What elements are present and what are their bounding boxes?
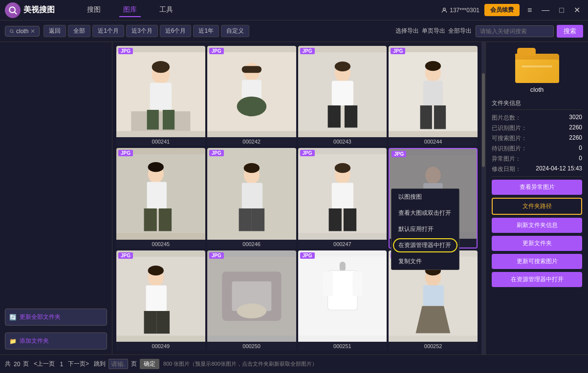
ctx-open-explorer[interactable]: 在资源管理器中打开 (392, 237, 459, 253)
filter-all[interactable]: 全部 (68, 25, 90, 37)
svg-rect-27 (434, 105, 446, 129)
image-card-000251[interactable]: JPG 000251 (298, 250, 387, 351)
update-searchable-button[interactable]: 更新可搜索图片 (492, 254, 582, 269)
image-badge-000247: JPG (300, 150, 315, 156)
svg-point-61 (237, 303, 266, 318)
image-badge-000241: JPG (118, 48, 133, 54)
svg-rect-20 (327, 105, 340, 127)
info-searchable-value: 2260 (569, 134, 582, 143)
image-name-000241: 000241 (116, 137, 205, 146)
prev-page-button[interactable]: <上一页 (32, 359, 57, 369)
minimize-button[interactable]: — (539, 4, 552, 16)
filter-custom[interactable]: 自定义 (221, 25, 249, 37)
scroll-thumb[interactable] (482, 73, 485, 167)
info-recognized-value: 2260 (569, 124, 582, 132)
nav-tools[interactable]: 工具 (155, 3, 177, 17)
update-folder-button[interactable]: 更新文件夹 (492, 236, 582, 251)
image-badge-000248: JPG (392, 151, 406, 157)
image-card-000247[interactable]: JPG 000247 (298, 148, 387, 248)
page-suffix: 页 (131, 360, 137, 368)
info-pending-label: 待识别图片： (492, 145, 527, 153)
image-thumb-000249 (116, 250, 205, 342)
ctx-default-open[interactable]: 默认应用打开 (392, 221, 459, 237)
confirm-jump-button[interactable]: 确定 (140, 359, 159, 369)
app-name: 美视搜图 (23, 5, 55, 15)
filter-1month[interactable]: 近1个月 (92, 25, 124, 37)
left-sidebar: 🔄 更新全部文件夹 📁 添加文件夹 (0, 42, 112, 354)
image-card-000250[interactable]: JPG 000250 (207, 250, 296, 351)
view-abnormal-button[interactable]: 查看异常图片 (492, 180, 582, 195)
scrollbar[interactable] (481, 42, 485, 354)
info-modified: 修改日期： 2024-04-12 15:43 (492, 165, 582, 173)
update-all-folders-button[interactable]: 🔄 更新全部文件夹 (5, 309, 107, 326)
add-folder-button[interactable]: 📁 添加文件夹 (5, 332, 107, 350)
image-card-000241[interactable]: JPG 000 (116, 46, 205, 146)
main-nav: 搜图 图库 工具 (83, 3, 441, 17)
image-thumb-000242 (207, 46, 296, 137)
image-card-000244[interactable]: JPG 000244 (389, 46, 478, 146)
menu-button[interactable]: ≡ (524, 4, 535, 16)
info-divider (492, 176, 582, 177)
export-page[interactable]: 单页导出 (422, 27, 445, 35)
search-button[interactable]: 搜索 (557, 25, 583, 38)
folder-icon (515, 48, 559, 83)
export-selected[interactable]: 选择导出 (395, 27, 419, 35)
image-name-000252: 000252 (389, 342, 478, 351)
image-card-000249[interactable]: JPG 000249 (116, 250, 205, 351)
filter-3month[interactable]: 近3个月 (126, 25, 158, 37)
close-button[interactable]: ✕ (571, 4, 583, 16)
add-icon: 📁 (9, 338, 17, 345)
image-card-000242[interactable]: JPG 000242 (207, 46, 296, 146)
folder-path-button[interactable]: 文件夹路径 (492, 198, 582, 215)
ctx-view-large[interactable]: 查看大图或双击打开 (392, 205, 459, 221)
refresh-folder-info-button[interactable]: 刷新文件夹信息 (492, 218, 582, 233)
keyword-input[interactable] (476, 25, 554, 37)
image-card-000243[interactable]: JPG 000243 (298, 46, 387, 146)
user-info: 137***0301 (441, 7, 479, 14)
svg-rect-9 (147, 110, 159, 129)
add-label: 添加文件夹 (20, 337, 49, 345)
folder-name: cloth (530, 86, 544, 93)
next-page-button[interactable]: 下一页> (66, 359, 91, 369)
ctx-search-by-image[interactable]: 以图搜图 (392, 189, 459, 205)
image-name-000242: 000242 (207, 137, 296, 146)
svg-rect-25 (423, 81, 443, 105)
svg-point-34 (148, 162, 164, 172)
info-abnormal-label: 异常图片： (492, 155, 521, 163)
filter-buttons: 返回 全部 近1个月 近3个月 近6个月 近1年 自定义 (44, 25, 249, 37)
image-thumb-000246 (207, 148, 296, 239)
image-thumb-000250 (207, 250, 296, 342)
export-all[interactable]: 全部导出 (448, 27, 472, 35)
context-menu: 以图搜图 查看大图或双击打开 默认应用打开 在资源管理器中打开 复制文件 (391, 188, 459, 270)
nav-gallery[interactable]: 图库 (119, 3, 141, 17)
page-input[interactable] (109, 359, 128, 369)
folder-icon-area: cloth (492, 48, 582, 93)
svg-rect-33 (159, 208, 172, 231)
total-pages-label: 共 (5, 360, 11, 368)
nav-search[interactable]: 搜图 (83, 3, 105, 17)
bottom-bar: 共 20 页 <上一页 1 下一页> 跳到 页 确定 800 张图片（预显示80… (0, 354, 588, 373)
image-name-000245: 000245 (116, 240, 205, 249)
image-card-000246[interactable]: JPG 000246 (207, 148, 296, 248)
vip-button[interactable]: 会员续费 (484, 4, 520, 16)
svg-rect-6 (131, 111, 190, 131)
image-badge-000243: JPG (300, 48, 315, 54)
svg-point-48 (425, 167, 441, 185)
filter-1year[interactable]: 近1年 (193, 25, 219, 37)
maximize-button[interactable]: □ (556, 4, 567, 16)
image-name-000243: 000243 (298, 137, 387, 146)
bottom-info: 800 张图片（预显示800张图片，点击文件夹刷新获取全部图片） (163, 360, 317, 368)
ctx-copy-file[interactable]: 复制文件 (392, 253, 459, 269)
filter-back[interactable]: 返回 (44, 25, 66, 37)
info-recognized-label: 已识别图片： (492, 124, 527, 132)
svg-rect-65 (323, 271, 332, 296)
image-card-000245[interactable]: JPG 000245 (116, 148, 205, 248)
filter-6month[interactable]: 近6个月 (160, 25, 192, 37)
pages-unit: 页 (23, 360, 29, 368)
search-tag-text: cloth (16, 28, 28, 35)
open-in-explorer-button[interactable]: 在资源管理器中打开 (492, 272, 582, 287)
svg-rect-16 (241, 66, 261, 73)
search-tag-close[interactable]: ✕ (30, 28, 35, 35)
image-name-000250: 000250 (207, 342, 296, 351)
info-searchable: 可搜索图片： 2260 (492, 134, 582, 143)
